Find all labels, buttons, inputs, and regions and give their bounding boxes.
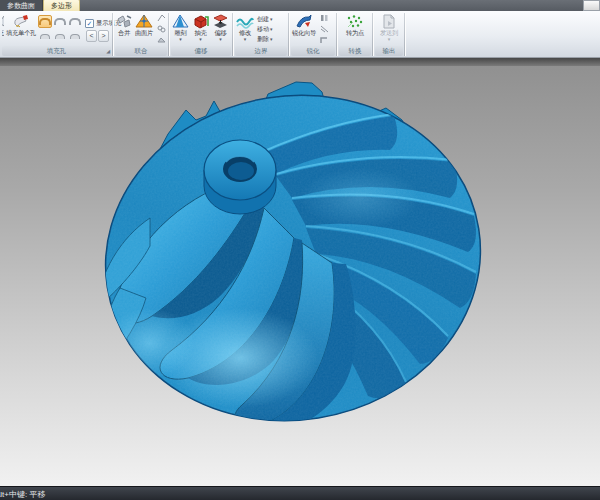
dialog-launcher-icon[interactable]: ◢ (106, 48, 110, 54)
bridge-icon-3 (70, 34, 80, 39)
ribbon-group-output: 发送到 ▾ 输出 (373, 11, 405, 57)
fill-method-toggles (38, 12, 82, 46)
union-small-button-3[interactable] (155, 35, 167, 45)
ribbon-group-boundary: 修改 ▾ 创建 ▾ 移动 ▾ 删除 ▾ (233, 11, 289, 57)
group-label-boundary: 边界 (235, 46, 287, 56)
boundary-modify-button[interactable]: 修改 ▾ (235, 12, 255, 46)
fill-all-icon (2, 13, 4, 29)
group-label-convert: 转换 (339, 46, 371, 56)
status-bar: Alt+中键: 平移 (0, 486, 600, 500)
ribbon-group-offset: 雕刻 ▾ 抽壳 ▾ (169, 11, 233, 57)
group-label-union: 联合 (115, 46, 167, 56)
group-label-fill-holes: 填充孔 ◢ (2, 46, 111, 56)
ribbon-empty-space (405, 11, 600, 57)
offset-button[interactable]: 偏移 ▾ (211, 12, 230, 46)
bridge-icon-2 (55, 34, 65, 39)
sculpt-icon (172, 13, 189, 29)
boundary-create-button[interactable]: 创建 ▾ (256, 15, 274, 24)
checkbox-mark: ✓ (85, 19, 94, 28)
sharpen-small-button-1[interactable] (318, 13, 330, 23)
group-label-sharpen: 锐化 (291, 46, 335, 56)
shell-icon (192, 13, 209, 29)
union-small-button-1[interactable] (155, 13, 167, 23)
fill-flat-toggle[interactable] (68, 15, 82, 28)
sculpt-button[interactable]: 雕刻 ▾ (171, 12, 190, 46)
prev-hole-button[interactable]: < (86, 30, 97, 42)
ribbon-group-fill-holes: 全部填充 填充单个孔 (0, 11, 113, 57)
sharpen-small-button-2[interactable] (318, 24, 330, 34)
sculpt-caret: ▾ (179, 37, 182, 42)
convert-to-points-icon (346, 13, 364, 29)
fill-single-hole-button[interactable]: 填充单个孔 (5, 12, 37, 46)
boundary-delete-button[interactable]: 删除 ▾ (256, 35, 274, 44)
fill-tangent-toggle[interactable] (53, 15, 67, 28)
ribbon-group-sharpen: 锐化向导 锐化 (289, 11, 337, 57)
convert-to-points-button[interactable]: 转为点 (345, 12, 365, 46)
surface-patch-button[interactable]: 曲面片 (134, 12, 154, 46)
boundary-modify-caret: ▾ (244, 37, 247, 42)
send-to-button[interactable]: 发送到 ▾ (379, 12, 399, 46)
group-label-output: 输出 (375, 46, 403, 56)
merge-button[interactable]: 合并 (115, 12, 133, 46)
offset-icon (212, 13, 229, 29)
group-label-offset: 偏移 (171, 46, 231, 56)
sharpen-small-button-3[interactable] (318, 35, 330, 45)
send-to-caret: ▾ (388, 37, 391, 42)
ribbon-group-union: 合并 曲面片 (113, 11, 169, 57)
ribbon: 全部填充 填充单个孔 (0, 11, 600, 58)
merge-icon (116, 13, 132, 29)
window-control-fragment[interactable] (583, 0, 600, 11)
fill-all-button[interactable]: 全部填充 (2, 12, 4, 46)
application-window: 参数曲面 多边形 全部填充 (0, 0, 600, 500)
boundary-move-button[interactable]: 移动 ▾ (256, 25, 274, 34)
bridge-toggle-3[interactable] (68, 30, 82, 43)
boundary-modify-icon (236, 13, 254, 29)
impeller-3d-model[interactable] (0, 58, 600, 486)
surface-patch-icon (135, 13, 153, 29)
ribbon-group-convert: 转为点 转换 (337, 11, 373, 57)
send-to-icon (381, 13, 397, 29)
bridge-toggle-2[interactable] (53, 30, 67, 43)
arch-tangent-icon (54, 18, 66, 25)
bridge-icon-1 (40, 34, 50, 39)
union-small-button-2[interactable] (155, 24, 167, 34)
arch-curvature-icon (39, 18, 51, 25)
mesh-noise-texture (60, 68, 540, 468)
impeller-hub (204, 140, 276, 214)
sharpen-wizard-button[interactable]: 锐化向导 (291, 12, 317, 46)
fill-single-hole-icon (12, 13, 30, 29)
sharpen-wizard-icon (295, 13, 313, 29)
arch-flat-icon (69, 18, 81, 25)
next-hole-button[interactable]: > (98, 30, 109, 42)
bridge-toggle-1[interactable] (38, 30, 52, 43)
shell-button[interactable]: 抽壳 ▾ (191, 12, 210, 46)
tab-polygons[interactable]: 多边形 (43, 0, 80, 11)
tab-parametric-surface[interactable]: 参数曲面 (0, 0, 43, 11)
offset-caret: ▾ (219, 37, 222, 42)
shell-caret: ▾ (199, 37, 202, 42)
ribbon-tab-bar: 参数曲面 多边形 (0, 0, 600, 11)
status-hint: Alt+中键: 平移 (0, 489, 45, 500)
fill-curvature-toggle[interactable] (38, 15, 52, 28)
viewport-3d[interactable] (0, 58, 600, 486)
